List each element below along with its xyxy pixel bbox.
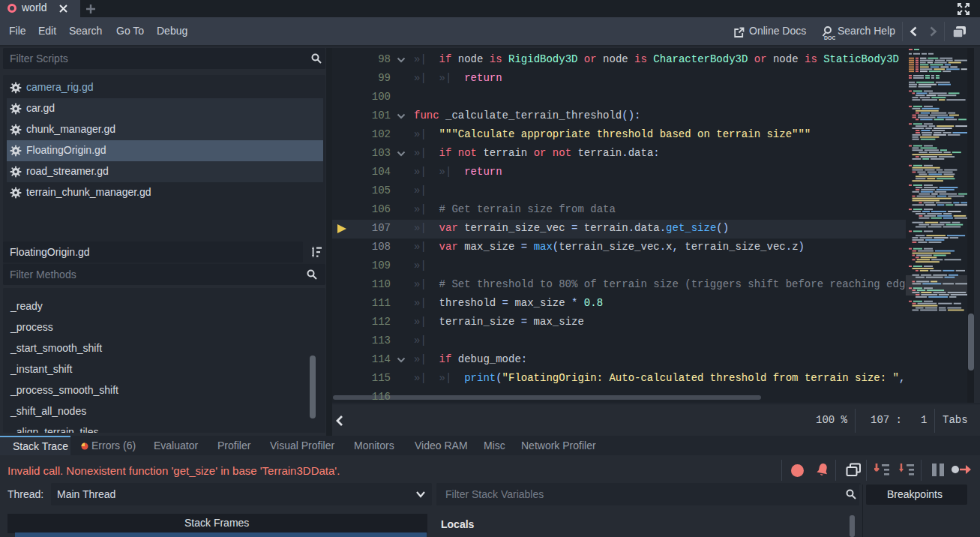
svg-text:DOC: DOC xyxy=(824,35,835,40)
